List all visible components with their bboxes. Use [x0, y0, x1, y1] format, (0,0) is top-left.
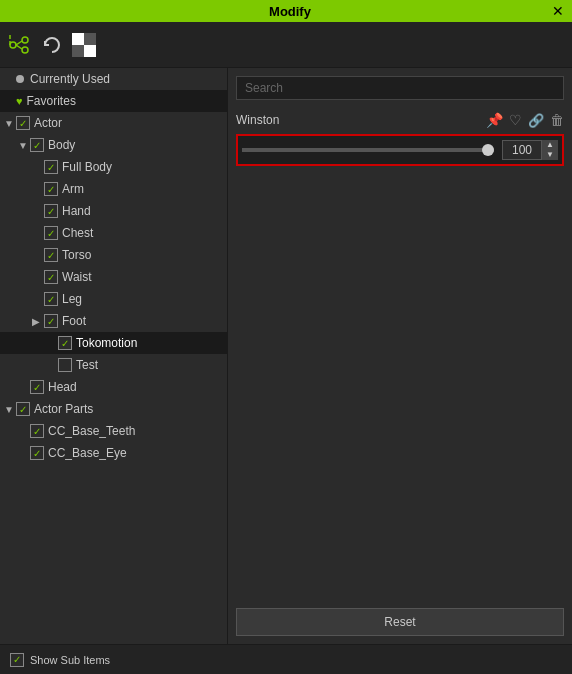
tree-item-favorites[interactable]: ♥Favorites [0, 90, 227, 112]
checkbox-leg[interactable] [44, 292, 58, 306]
svg-line-2 [16, 45, 22, 49]
svg-point-4 [22, 47, 28, 53]
toolbar [0, 22, 572, 68]
trash-icon[interactable]: 🗑 [550, 112, 564, 128]
tree-item-cc-base-eye[interactable]: CC_Base_Eye [0, 442, 227, 464]
slider-spinners: ▲ ▼ [542, 140, 558, 160]
checkbox-tokomotion[interactable] [58, 336, 72, 350]
checkbox-chest[interactable] [44, 226, 58, 240]
tree-item-label-torso: Torso [62, 248, 91, 262]
tree-item-label-cc-base-teeth: CC_Base_Teeth [48, 424, 135, 438]
checker-icon[interactable] [72, 33, 96, 57]
checkbox-test[interactable] [58, 358, 72, 372]
tree-item-leg[interactable]: Leg [0, 288, 227, 310]
checkbox-cc-base-teeth[interactable] [30, 424, 44, 438]
tree-item-test[interactable]: Test [0, 354, 227, 376]
bottom-bar: Show Sub Items [0, 644, 572, 674]
expand-arrow-foot[interactable]: ▶ [32, 316, 44, 327]
checkbox-waist[interactable] [44, 270, 58, 284]
tree-item-full-body[interactable]: Full Body [0, 156, 227, 178]
tree-item-label-head: Head [48, 380, 77, 394]
checkbox-full-body[interactable] [44, 160, 58, 174]
svg-point-3 [22, 37, 28, 43]
checkbox-cc-base-eye[interactable] [30, 446, 44, 460]
checkbox-head[interactable] [30, 380, 44, 394]
svg-line-1 [16, 41, 22, 45]
tree-item-label-favorites: Favorites [27, 94, 76, 108]
tree-item-label-waist: Waist [62, 270, 92, 284]
slider-fill [242, 148, 494, 152]
tree-item-label-actor: Actor [34, 116, 62, 130]
tree-item-actor[interactable]: ▼Actor [0, 112, 227, 134]
node-icon[interactable] [8, 33, 32, 57]
tree-item-label-full-body: Full Body [62, 160, 112, 174]
slider-track[interactable] [242, 148, 494, 152]
slider-value-input[interactable] [502, 140, 542, 160]
tree-item-label-test: Test [76, 358, 98, 372]
tree-item-label-hand: Hand [62, 204, 91, 218]
tree-item-label-actor-parts: Actor Parts [34, 402, 93, 416]
slider-row: ▲ ▼ [236, 134, 564, 166]
expand-arrow-actor-parts[interactable]: ▼ [4, 404, 16, 415]
tree-item-foot[interactable]: ▶Foot [0, 310, 227, 332]
left-panel: Currently Used♥Favorites▼Actor▼BodyFull … [0, 68, 228, 644]
tree-item-label-foot: Foot [62, 314, 86, 328]
checkbox-actor[interactable] [16, 116, 30, 130]
pin-icon[interactable]: 📌 [486, 112, 503, 128]
tree-item-currently-used[interactable]: Currently Used [0, 68, 227, 90]
dot-icon-currently-used [16, 75, 24, 83]
tree-item-body[interactable]: ▼Body [0, 134, 227, 156]
checkbox-arm[interactable] [44, 182, 58, 196]
spinner-up-button[interactable]: ▲ [542, 140, 558, 150]
property-name: Winston [236, 113, 486, 127]
property-row: Winston 📌 ♡ 🔗 🗑 [236, 112, 564, 128]
main-layout: Currently Used♥Favorites▼Actor▼BodyFull … [0, 68, 572, 644]
expand-arrow-body[interactable]: ▼ [18, 140, 30, 151]
spacer [236, 174, 564, 608]
tree-item-head[interactable]: Head [0, 376, 227, 398]
spinner-down-button[interactable]: ▼ [542, 150, 558, 160]
heart-icon[interactable]: ♡ [509, 112, 522, 128]
checkbox-torso[interactable] [44, 248, 58, 262]
tree-item-waist[interactable]: Waist [0, 266, 227, 288]
close-button[interactable]: ✕ [552, 4, 564, 18]
property-icons: 📌 ♡ 🔗 🗑 [486, 112, 564, 128]
tree-item-label-cc-base-eye: CC_Base_Eye [48, 446, 127, 460]
tree-item-cc-base-teeth[interactable]: CC_Base_Teeth [0, 420, 227, 442]
reset-button[interactable]: Reset [236, 608, 564, 636]
show-sub-items-label: Show Sub Items [30, 654, 110, 666]
show-sub-items-checkbox[interactable] [10, 653, 24, 667]
svg-point-0 [10, 42, 16, 48]
tree-item-actor-parts[interactable]: ▼Actor Parts [0, 398, 227, 420]
right-panel: Winston 📌 ♡ 🔗 🗑 ▲ ▼ Reset [228, 68, 572, 644]
checkbox-actor-parts[interactable] [16, 402, 30, 416]
link-icon[interactable]: 🔗 [528, 113, 544, 128]
title-bar: Modify ✕ [0, 0, 572, 22]
tree-item-arm[interactable]: Arm [0, 178, 227, 200]
tree-item-hand[interactable]: Hand [0, 200, 227, 222]
checkbox-hand[interactable] [44, 204, 58, 218]
search-input[interactable] [236, 76, 564, 100]
tree-area[interactable]: Currently Used♥Favorites▼Actor▼BodyFull … [0, 68, 227, 644]
checkbox-body[interactable] [30, 138, 44, 152]
tree-item-label-leg: Leg [62, 292, 82, 306]
tree-item-chest[interactable]: Chest [0, 222, 227, 244]
slider-thumb[interactable] [482, 144, 494, 156]
rotate-icon[interactable] [40, 33, 64, 57]
tree-item-label-chest: Chest [62, 226, 93, 240]
tree-item-label-arm: Arm [62, 182, 84, 196]
tree-item-label-body: Body [48, 138, 75, 152]
tree-item-tokomotion[interactable]: Tokomotion [0, 332, 227, 354]
tree-item-label-tokomotion: Tokomotion [76, 336, 137, 350]
tree-item-label-currently-used: Currently Used [30, 72, 110, 86]
checkbox-foot[interactable] [44, 314, 58, 328]
heart-icon-favorites: ♥ [16, 95, 23, 107]
tree-item-torso[interactable]: Torso [0, 244, 227, 266]
expand-arrow-actor[interactable]: ▼ [4, 118, 16, 129]
window-title: Modify [28, 4, 552, 19]
